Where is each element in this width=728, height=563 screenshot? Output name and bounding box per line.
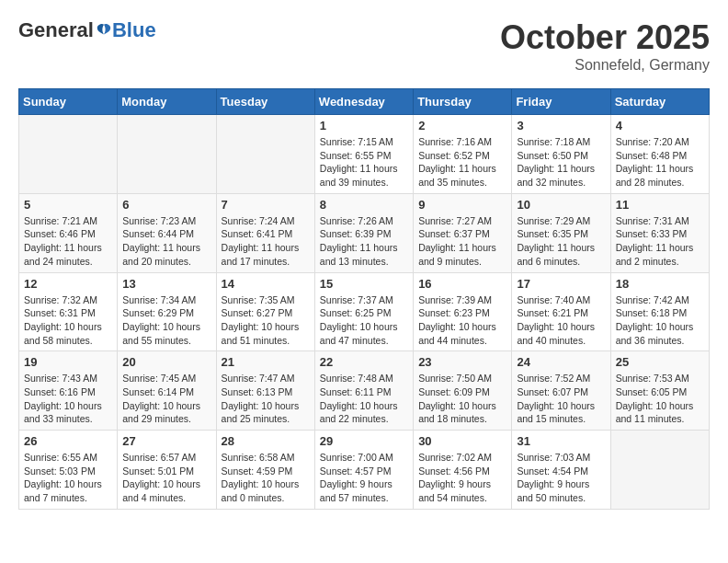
day-number: 22 bbox=[320, 355, 408, 369]
day-number: 4 bbox=[616, 119, 704, 132]
day-number: 23 bbox=[418, 355, 506, 369]
calendar-week-row: 12Sunrise: 7:32 AMSunset: 6:31 PMDayligh… bbox=[19, 272, 710, 351]
calendar-cell: 5Sunrise: 7:21 AMSunset: 6:46 PMDaylight… bbox=[19, 193, 118, 272]
day-info: Sunrise: 6:57 AMSunset: 5:01 PMDaylight:… bbox=[122, 451, 210, 505]
day-info: Sunrise: 7:02 AMSunset: 4:56 PMDaylight:… bbox=[418, 451, 506, 505]
calendar-cell: 21Sunrise: 7:47 AMSunset: 6:13 PMDayligh… bbox=[216, 351, 314, 431]
calendar-cell: 1Sunrise: 7:15 AMSunset: 6:55 PMDaylight… bbox=[314, 115, 413, 194]
calendar-week-row: 1Sunrise: 7:15 AMSunset: 6:55 PMDaylight… bbox=[19, 115, 710, 194]
day-number: 30 bbox=[418, 434, 506, 448]
day-number: 15 bbox=[320, 277, 408, 291]
day-number: 21 bbox=[222, 355, 310, 369]
calendar-cell: 3Sunrise: 7:18 AMSunset: 6:50 PMDaylight… bbox=[512, 115, 610, 194]
calendar-cell: 17Sunrise: 7:40 AMSunset: 6:21 PMDayligh… bbox=[512, 272, 610, 351]
day-info: Sunrise: 7:52 AMSunset: 6:07 PMDaylight:… bbox=[517, 372, 605, 426]
day-number: 1 bbox=[320, 119, 408, 132]
calendar-day-header: Monday bbox=[118, 89, 216, 115]
calendar-cell bbox=[216, 115, 314, 194]
calendar-cell: 20Sunrise: 7:45 AMSunset: 6:14 PMDayligh… bbox=[118, 351, 216, 431]
day-info: Sunrise: 7:26 AMSunset: 6:39 PMDaylight:… bbox=[320, 214, 408, 269]
day-info: Sunrise: 7:42 AMSunset: 6:18 PMDaylight:… bbox=[616, 293, 704, 348]
day-number: 25 bbox=[616, 355, 704, 369]
day-number: 11 bbox=[616, 198, 704, 212]
calendar-cell: 11Sunrise: 7:31 AMSunset: 6:33 PMDayligh… bbox=[610, 193, 709, 272]
calendar-cell: 24Sunrise: 7:52 AMSunset: 6:07 PMDayligh… bbox=[512, 351, 610, 431]
day-info: Sunrise: 7:27 AMSunset: 6:37 PMDaylight:… bbox=[418, 214, 506, 269]
calendar-cell: 28Sunrise: 6:58 AMSunset: 4:59 PMDayligh… bbox=[216, 431, 314, 510]
day-info: Sunrise: 7:40 AMSunset: 6:21 PMDaylight:… bbox=[517, 293, 605, 348]
logo-bird-icon bbox=[96, 22, 112, 39]
calendar-cell: 8Sunrise: 7:26 AMSunset: 6:39 PMDaylight… bbox=[314, 193, 413, 272]
calendar-week-row: 26Sunrise: 6:55 AMSunset: 5:03 PMDayligh… bbox=[19, 431, 710, 510]
day-number: 5 bbox=[24, 198, 112, 212]
calendar-cell: 6Sunrise: 7:23 AMSunset: 6:44 PMDaylight… bbox=[118, 193, 216, 272]
calendar-day-header: Wednesday bbox=[314, 89, 413, 115]
day-number: 29 bbox=[320, 434, 408, 448]
day-info: Sunrise: 7:20 AMSunset: 6:48 PMDaylight:… bbox=[616, 135, 704, 190]
calendar-cell: 25Sunrise: 7:53 AMSunset: 6:05 PMDayligh… bbox=[610, 351, 709, 431]
day-number: 2 bbox=[418, 119, 506, 132]
title-area: October 2025 Sonnefeld, Germany bbox=[500, 18, 710, 74]
calendar-header-row: SundayMondayTuesdayWednesdayThursdayFrid… bbox=[19, 89, 710, 115]
day-number: 12 bbox=[24, 277, 112, 291]
day-info: Sunrise: 6:55 AMSunset: 5:03 PMDaylight:… bbox=[24, 451, 112, 505]
day-number: 8 bbox=[320, 198, 408, 212]
calendar-cell: 13Sunrise: 7:34 AMSunset: 6:29 PMDayligh… bbox=[118, 272, 216, 351]
day-number: 7 bbox=[222, 198, 310, 212]
month-title: October 2025 bbox=[500, 18, 710, 57]
day-info: Sunrise: 7:15 AMSunset: 6:55 PMDaylight:… bbox=[320, 135, 408, 190]
day-info: Sunrise: 7:53 AMSunset: 6:05 PMDaylight:… bbox=[616, 372, 704, 426]
day-info: Sunrise: 7:21 AMSunset: 6:46 PMDaylight:… bbox=[24, 214, 112, 269]
day-info: Sunrise: 7:32 AMSunset: 6:31 PMDaylight:… bbox=[24, 293, 112, 348]
calendar-cell: 16Sunrise: 7:39 AMSunset: 6:23 PMDayligh… bbox=[414, 272, 512, 351]
logo-general-text: General bbox=[18, 18, 94, 42]
day-info: Sunrise: 6:58 AMSunset: 4:59 PMDaylight:… bbox=[222, 451, 310, 505]
calendar-cell: 30Sunrise: 7:02 AMSunset: 4:56 PMDayligh… bbox=[414, 431, 512, 510]
calendar-cell: 2Sunrise: 7:16 AMSunset: 6:52 PMDaylight… bbox=[414, 115, 512, 194]
day-number: 6 bbox=[122, 198, 210, 212]
calendar-cell: 4Sunrise: 7:20 AMSunset: 6:48 PMDaylight… bbox=[610, 115, 709, 194]
day-info: Sunrise: 7:48 AMSunset: 6:11 PMDaylight:… bbox=[320, 372, 408, 426]
day-number: 19 bbox=[24, 355, 112, 369]
day-info: Sunrise: 7:31 AMSunset: 6:33 PMDaylight:… bbox=[616, 214, 704, 269]
calendar-day-header: Thursday bbox=[414, 89, 512, 115]
day-number: 9 bbox=[418, 198, 506, 212]
day-number: 24 bbox=[517, 355, 605, 369]
day-info: Sunrise: 7:35 AMSunset: 6:27 PMDaylight:… bbox=[222, 293, 310, 348]
calendar-cell: 9Sunrise: 7:27 AMSunset: 6:37 PMDaylight… bbox=[414, 193, 512, 272]
day-info: Sunrise: 7:24 AMSunset: 6:41 PMDaylight:… bbox=[222, 214, 310, 269]
day-info: Sunrise: 7:37 AMSunset: 6:25 PMDaylight:… bbox=[320, 293, 408, 348]
calendar-day-header: Sunday bbox=[19, 89, 118, 115]
day-info: Sunrise: 7:18 AMSunset: 6:50 PMDaylight:… bbox=[517, 135, 605, 190]
calendar-cell bbox=[610, 431, 709, 510]
day-info: Sunrise: 7:43 AMSunset: 6:16 PMDaylight:… bbox=[24, 372, 112, 426]
calendar-cell: 26Sunrise: 6:55 AMSunset: 5:03 PMDayligh… bbox=[19, 431, 118, 510]
logo: General Blue bbox=[18, 18, 156, 42]
day-number: 20 bbox=[122, 355, 210, 369]
logo-blue-text: Blue bbox=[112, 18, 156, 42]
calendar-cell: 19Sunrise: 7:43 AMSunset: 6:16 PMDayligh… bbox=[19, 351, 118, 431]
calendar-cell bbox=[19, 115, 118, 194]
calendar-cell: 10Sunrise: 7:29 AMSunset: 6:35 PMDayligh… bbox=[512, 193, 610, 272]
calendar-table: SundayMondayTuesdayWednesdayThursdayFrid… bbox=[18, 88, 710, 510]
day-info: Sunrise: 7:00 AMSunset: 4:57 PMDaylight:… bbox=[320, 451, 408, 505]
day-number: 27 bbox=[122, 434, 210, 448]
location-subtitle: Sonnefeld, Germany bbox=[500, 57, 710, 74]
calendar-day-header: Friday bbox=[512, 89, 610, 115]
day-info: Sunrise: 7:39 AMSunset: 6:23 PMDaylight:… bbox=[418, 293, 506, 348]
day-number: 31 bbox=[517, 434, 605, 448]
calendar-cell: 27Sunrise: 6:57 AMSunset: 5:01 PMDayligh… bbox=[118, 431, 216, 510]
day-number: 14 bbox=[222, 277, 310, 291]
day-number: 3 bbox=[517, 119, 605, 132]
day-info: Sunrise: 7:47 AMSunset: 6:13 PMDaylight:… bbox=[222, 372, 310, 426]
calendar-cell: 12Sunrise: 7:32 AMSunset: 6:31 PMDayligh… bbox=[19, 272, 118, 351]
day-number: 26 bbox=[24, 434, 112, 448]
calendar-cell: 22Sunrise: 7:48 AMSunset: 6:11 PMDayligh… bbox=[314, 351, 413, 431]
day-info: Sunrise: 7:45 AMSunset: 6:14 PMDaylight:… bbox=[122, 372, 210, 426]
day-info: Sunrise: 7:16 AMSunset: 6:52 PMDaylight:… bbox=[418, 135, 506, 190]
page-header: General Blue October 2025 Sonnefeld, Ger… bbox=[18, 18, 710, 74]
calendar-week-row: 5Sunrise: 7:21 AMSunset: 6:46 PMDaylight… bbox=[19, 193, 710, 272]
calendar-day-header: Saturday bbox=[610, 89, 709, 115]
day-info: Sunrise: 7:50 AMSunset: 6:09 PMDaylight:… bbox=[418, 372, 506, 426]
calendar-cell: 15Sunrise: 7:37 AMSunset: 6:25 PMDayligh… bbox=[314, 272, 413, 351]
